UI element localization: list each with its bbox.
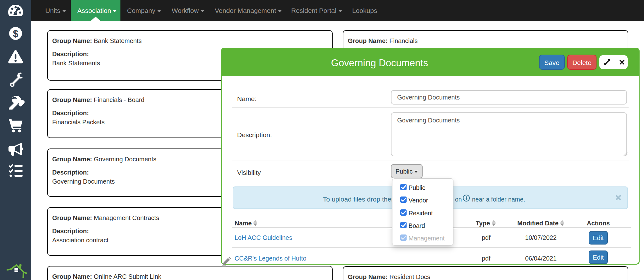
svg-text:$: $: [13, 28, 18, 39]
